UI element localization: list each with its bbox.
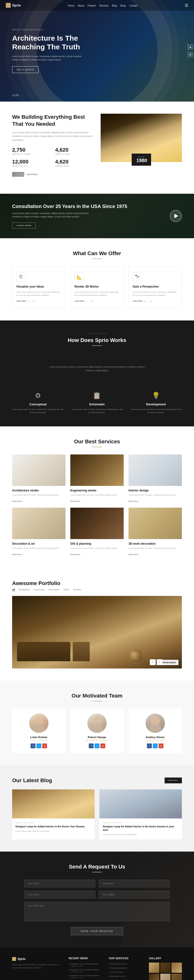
- schematic-icon: 📋: [71, 391, 123, 399]
- portfolio-sofa: [17, 642, 71, 661]
- portfolio-tab-temples[interactable]: Temples: [73, 589, 81, 591]
- footer-logo-icon: [12, 957, 16, 961]
- nav-services[interactable]: Services: [99, 4, 108, 7]
- footer-services-title: Our Services: [109, 957, 142, 960]
- portfolio-tab-renovation[interactable]: Renovation: [48, 589, 60, 591]
- portfolio-tab-apartments[interactable]: Apartments: [34, 589, 45, 591]
- nav-home[interactable]: Home: [68, 4, 74, 7]
- portfolio-tab-all[interactable]: All: [12, 589, 15, 591]
- service-link-1[interactable]: Read More →: [71, 500, 82, 502]
- footer-gallery: [149, 963, 182, 980]
- hero-arrow-up[interactable]: ▲: [188, 44, 193, 50]
- team-fb-0[interactable]: f: [30, 743, 35, 748]
- team-gp-0[interactable]: g: [42, 743, 47, 748]
- nav-blog[interactable]: Blog: [112, 4, 117, 7]
- service-3d: 3D work decoration Lorem ipsum dolor sit…: [128, 508, 182, 556]
- footer-news-date-2: March 12, 2018: [71, 977, 102, 978]
- portfolio-main-image: ‹ › Visual palace: [12, 596, 182, 668]
- nav-about[interactable]: About: [78, 4, 84, 7]
- hero-cta-button[interactable]: Get A Quote: [12, 66, 38, 73]
- stat-hours: 12,000 Work Hours: [12, 159, 50, 167]
- footer-news-link-2[interactable]: Designer Lamp for Added Interior: [69, 974, 102, 977]
- hero-breadcrumb: Front View Entrance: [12, 29, 90, 31]
- stat-clients: 4,620 Happy Client: [55, 147, 94, 155]
- footer-svc-2[interactable]: Interior Design: [109, 971, 142, 974]
- blog-view-all-button[interactable]: View All: [164, 777, 182, 783]
- service-link-4[interactable]: Read More →: [71, 554, 82, 555]
- team-role-2: Design Expert: [132, 739, 178, 741]
- contact-name-input[interactable]: [24, 880, 95, 888]
- nav-shop[interactable]: Shop: [120, 4, 126, 7]
- nav-logo[interactable]: Sprio: [6, 3, 21, 8]
- nav-links: Home About Feature Services Blog Shop Co…: [68, 3, 138, 8]
- portfolio-tabs: All Residential Apartments Renovation Re…: [12, 589, 81, 591]
- team-tw-0[interactable]: t: [36, 743, 41, 748]
- portfolio-prev-button[interactable]: ‹: [150, 659, 156, 665]
- service-interior: Interior design Lorem ipsum dolor sit am…: [128, 455, 182, 503]
- blog-excerpt-1: Lorem ipsum dolor sit amet consectetur.: [103, 833, 178, 836]
- service-link-0[interactable]: Read More →: [12, 500, 24, 502]
- team-tw-1[interactable]: t: [95, 743, 99, 748]
- video-cta-button[interactable]: Learn More: [12, 223, 36, 229]
- footer-brand-name: Sprio: [18, 957, 26, 961]
- menu-icon[interactable]: ☰: [185, 3, 188, 8]
- build-badge: Build 1980: [131, 154, 151, 165]
- offer-link-0[interactable]: Learn More → → 1.4k: [16, 300, 61, 302]
- contact-section: Send A Request To Us Send Your Message: [0, 851, 194, 947]
- footer-brand-col: Sprio Lorem ipsum dolor sit amet, consec…: [12, 957, 61, 980]
- stat-clients-label: Happy Client: [55, 153, 94, 155]
- offer-text-1: Lorem ipsum dolor sit amet, consectetur …: [74, 291, 120, 297]
- gallery-item-5[interactable]: [172, 974, 182, 980]
- footer-svc-0[interactable]: Architecture Studio: [109, 963, 142, 965]
- team-avatar-2: [146, 713, 165, 733]
- gallery-item-4[interactable]: [160, 974, 171, 980]
- team-social-0: f t g: [16, 743, 62, 748]
- footer-news-link-0[interactable]: Designer Lamp for Added Interior: [69, 963, 102, 965]
- service-link-3[interactable]: Read More →: [12, 554, 24, 555]
- gallery-item-1[interactable]: [160, 963, 171, 973]
- gallery-item-2[interactable]: [172, 963, 182, 973]
- hero-arrow-down[interactable]: ▼: [188, 52, 193, 57]
- footer-news-item-1: Designer Lamp for Added Interior March 1…: [69, 968, 102, 973]
- offers-divider: [92, 259, 102, 259]
- how-step-schematic: 📋 Schematic Lorem ipsum dolor sit amet, …: [71, 391, 123, 414]
- nav-feature[interactable]: Feature: [88, 4, 96, 7]
- gallery-item-0[interactable]: [149, 963, 159, 973]
- team-member-2: Andiery Aloner Design Expert f t g: [128, 709, 182, 753]
- team-fb-2[interactable]: f: [147, 743, 152, 748]
- footer-svc-4[interactable]: GIS & Planning: [109, 979, 142, 980]
- gallery-item-3[interactable]: [149, 974, 159, 980]
- offer-card-render: 📐 Render 3D Works Lorem ipsum dolor sit …: [71, 266, 123, 309]
- footer-svc-3[interactable]: Decoration & Art: [109, 975, 142, 978]
- footer-news-col: Recent News Designer Lamp for Added Inte…: [69, 957, 102, 980]
- footer-news-link-1[interactable]: Designer Lamp for Added Interior: [69, 968, 102, 971]
- contact-phone-input[interactable]: [24, 891, 95, 899]
- about-left: We Building Everything Best That You Nee…: [12, 114, 93, 177]
- portfolio-globe: [128, 649, 143, 663]
- stat-awards-label: Award Won: [55, 165, 94, 167]
- offer-card-visualize: 🏗 Visualize your Ideas Lorem ipsum dolor…: [12, 266, 66, 309]
- team-gp-1[interactable]: g: [100, 743, 105, 748]
- play-button[interactable]: [170, 210, 182, 222]
- team-tw-2[interactable]: t: [153, 743, 158, 748]
- hero-side-nav: ▲ ▼: [187, 0, 194, 102]
- services-section: Our Best Services Architecture studio Lo…: [0, 426, 194, 568]
- blog-img-1: [99, 789, 182, 818]
- team-fb-1[interactable]: f: [89, 743, 94, 748]
- stat-clients-number: 4,620: [55, 147, 94, 153]
- offer-link-2[interactable]: Learn More → → 1.4k: [133, 300, 178, 302]
- offer-title-2: Gain a Perspective: [133, 285, 178, 288]
- portfolio-tab-retail[interactable]: Retail: [64, 589, 69, 591]
- hero-subtitle: Lorem ipsum dolor sit amet, consectetur …: [12, 55, 85, 62]
- offer-link-1[interactable]: Learn More → → 1.4k: [74, 300, 120, 302]
- team-gp-2[interactable]: g: [159, 743, 164, 748]
- service-link-2[interactable]: Read More →: [128, 500, 141, 502]
- footer-svc-1[interactable]: Engineering Works: [109, 967, 142, 969]
- portfolio-tab-residential[interactable]: Residential: [19, 589, 30, 591]
- service-link-5[interactable]: Read More →: [128, 554, 141, 555]
- service-text-3: Lorem ipsum dolor sit amet, consectetur …: [12, 547, 66, 550]
- contact-submit-button[interactable]: Send Your Message: [71, 927, 123, 935]
- footer: Sprio Lorem ipsum dolor sit amet, consec…: [0, 947, 194, 980]
- nav-contact[interactable]: Contact: [129, 4, 138, 7]
- conceptual-icon: ⚙: [12, 391, 64, 399]
